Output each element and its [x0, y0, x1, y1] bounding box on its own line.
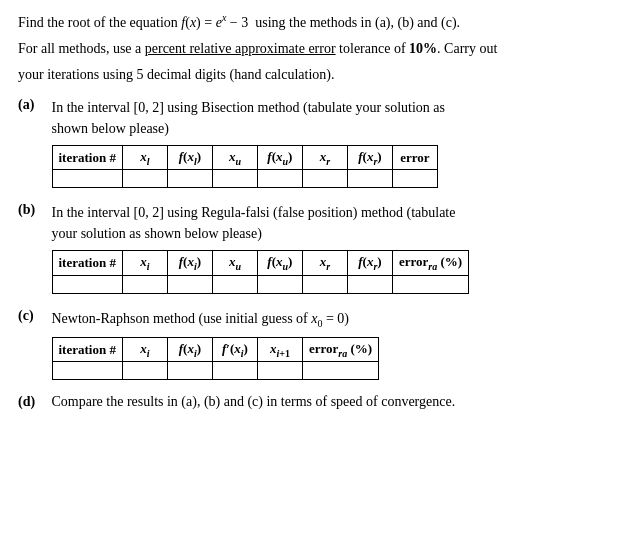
col-xi-b: xi [122, 251, 167, 276]
section-a-content: In the interval [0, 2] using Bisection m… [52, 97, 608, 189]
col-error-b: errorra (%) [392, 251, 468, 276]
section-a-table: iteration # xl f(xl) xu f(xu) xr f(xr) e… [52, 145, 438, 189]
col-xr-b: xr [302, 251, 347, 276]
col-xi-c: xi [122, 337, 167, 362]
col-error-a: error [392, 145, 437, 170]
section-c: (c) Newton-Raphson method (use initial g… [18, 308, 608, 380]
col-fxu-b: f(xu) [257, 251, 302, 276]
col-fxr-a: f(xr) [347, 145, 392, 170]
table-row [52, 362, 379, 380]
section-d: (d) Compare the results in (a), (b) and … [18, 394, 608, 410]
section-d-content: Compare the results in (a), (b) and (c) … [52, 394, 608, 410]
col-fxi-c: f(xi) [167, 337, 212, 362]
col-fxu-a: f(xu) [257, 145, 302, 170]
section-b-content: In the interval [0, 2] using Regula-fals… [52, 202, 608, 294]
section-b-table: iteration # xi f(xi) xu f(xu) xr f(xr) e… [52, 250, 470, 294]
section-b: (b) In the interval [0, 2] using Regula-… [18, 202, 608, 294]
section-a-desc: In the interval [0, 2] using Bisection m… [52, 97, 608, 139]
intro-section: Find the root of the equation f(x) = ex … [18, 10, 608, 87]
section-c-table: iteration # xi f(xi) f′(xi) xi+1 errorra… [52, 337, 380, 381]
col-fxi-b: f(xi) [167, 251, 212, 276]
col-xl-a: xl [122, 145, 167, 170]
table-row [52, 170, 437, 188]
table-header-row-c: iteration # xi f(xi) f′(xi) xi+1 errorra… [52, 337, 379, 362]
col-fpxi-c: f′(xi) [212, 337, 257, 362]
section-a-label: (a) [18, 97, 48, 113]
section-c-label: (c) [18, 308, 48, 324]
col-xu-b: xu [212, 251, 257, 276]
intro-line3: your iterations using 5 decimal digits (… [18, 64, 608, 86]
section-a: (a) In the interval [0, 2] using Bisecti… [18, 97, 608, 189]
section-b-desc: In the interval [0, 2] using Regula-fals… [52, 202, 608, 244]
table-row [52, 276, 469, 294]
col-xr-a: xr [302, 145, 347, 170]
section-c-content: Newton-Raphson method (use initial guess… [52, 308, 608, 380]
col-iteration-b: iteration # [52, 251, 122, 276]
col-iteration-a: iteration # [52, 145, 122, 170]
col-xu-a: xu [212, 145, 257, 170]
section-d-desc: Compare the results in (a), (b) and (c) … [52, 394, 456, 409]
col-fxl-a: f(xl) [167, 145, 212, 170]
col-xi1-c: xi+1 [257, 337, 302, 362]
table-header-row-b: iteration # xi f(xi) xu f(xu) xr f(xr) e… [52, 251, 469, 276]
section-b-label: (b) [18, 202, 48, 218]
col-fxr-b: f(xr) [347, 251, 392, 276]
intro-line2: For all methods, use a percent relative … [18, 38, 608, 60]
intro-line1: Find the root of the equation f(x) = ex … [18, 10, 608, 34]
col-iteration-c: iteration # [52, 337, 122, 362]
table-header-row-a: iteration # xl f(xl) xu f(xu) xr f(xr) e… [52, 145, 437, 170]
col-error-c: errorra (%) [302, 337, 378, 362]
section-d-label: (d) [18, 394, 48, 410]
section-c-desc: Newton-Raphson method (use initial guess… [52, 308, 608, 331]
